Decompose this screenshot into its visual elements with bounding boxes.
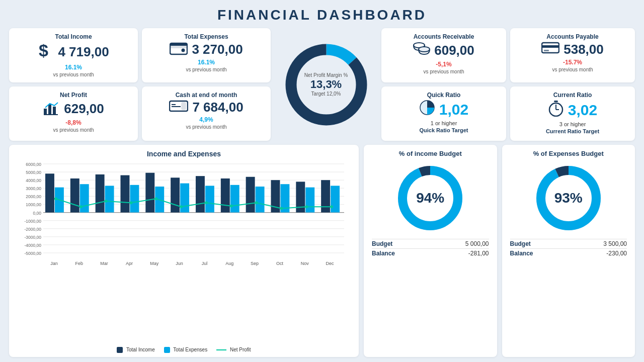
kpi-r-value-1: 538,00 [564, 42, 604, 57]
kpi-r-label-2: Quick Ratio [427, 92, 461, 99]
kpi-left-card-3: Cash at end of month 7 684,00 4,9% vs pr… [142, 86, 271, 141]
kpi-pct-3: 4,9% [199, 116, 213, 123]
svg-text:Jan: Jan [50, 261, 58, 266]
bottom-section: Income and Expenses 6000,005000,004000,0… [9, 145, 635, 357]
svg-point-93 [205, 201, 208, 204]
svg-rect-61 [130, 185, 139, 213]
chart-title: Income and Expenses [17, 150, 351, 158]
svg-text:Dec: Dec [326, 261, 335, 266]
svg-point-17 [419, 47, 430, 52]
svg-point-89 [105, 200, 108, 203]
svg-text:4000,00: 4000,00 [26, 178, 41, 183]
kpi-r-label-1: Accounts Payable [546, 33, 598, 40]
legend-income-dot [117, 347, 123, 353]
svg-rect-51 [45, 173, 54, 212]
top-section: Total Income $ 4 719,00 16.1% vs previou… [9, 28, 635, 141]
kpi-icon-1 [170, 41, 188, 58]
income-budget-budget-row: Budget 5 000,00 [372, 239, 489, 248]
kpi-left-card-1: Total Expenses 3 270,00 16.1% vs previou… [142, 28, 271, 82]
svg-point-94 [230, 205, 233, 208]
svg-rect-19 [542, 45, 559, 48]
svg-rect-85 [331, 186, 340, 212]
donut-target: Target 12,0% [304, 91, 348, 97]
kpi-r-icon-3 [548, 100, 564, 120]
donut-center-text: Net Profit Margin % 13,3% Target 12,0% [304, 72, 348, 97]
svg-text:Aug: Aug [225, 261, 233, 266]
kpi-pct-1: 16.1% [198, 59, 215, 66]
legend-income: Total Income [117, 347, 154, 353]
kpi-label-1: Total Expenses [184, 33, 228, 40]
kpi-left-card-0: Total Income $ 4 719,00 16.1% vs previou… [9, 28, 138, 82]
kpi-r-pct-0: -5,1% [436, 61, 451, 68]
kpi-r-sub-3: 3 or higher [559, 121, 586, 127]
svg-rect-12 [182, 103, 186, 110]
svg-rect-11 [172, 106, 181, 107]
kpi-right-card-1: Accounts Payable 538,00 -15.7% vs previo… [510, 28, 635, 82]
income-budget-title: % of income Budget [399, 150, 462, 157]
expenses-budget-pct: 93% [554, 190, 583, 206]
svg-rect-25 [554, 101, 558, 102]
svg-rect-60 [120, 175, 129, 213]
expenses-budget-budget-row: Budget 3 500,00 [510, 239, 627, 248]
kpi-vs-3: vs previous month [186, 124, 226, 130]
svg-rect-54 [70, 178, 79, 213]
svg-text:-2000,00: -2000,00 [24, 227, 41, 232]
expenses-balance-value: -230,00 [606, 250, 627, 257]
kpi-right-card-0: Accounts Receivable 609,00 -5,1% vs prev… [381, 28, 506, 82]
page-title: FINANCIAL DASHBOARD [9, 5, 635, 24]
kpi-r-vs-1: vs previous month [552, 67, 593, 72]
donut-value: 13,3% [304, 78, 348, 91]
kpi-label-3: Cash at end of month [176, 92, 237, 99]
svg-rect-63 [145, 173, 154, 213]
svg-text:5000,00: 5000,00 [26, 170, 41, 175]
kpi-r-value-3: 3,02 [568, 102, 597, 119]
kpi-row-1: 3 270,00 [170, 41, 243, 58]
svg-point-88 [79, 205, 83, 208]
svg-point-87 [54, 197, 57, 200]
donut-label: Net Profit Margin % [304, 72, 348, 78]
kpi-r-row-3: 3,02 [548, 100, 597, 120]
svg-text:2000,00: 2000,00 [26, 194, 41, 199]
svg-text:Oct: Oct [276, 261, 284, 266]
svg-rect-69 [196, 176, 205, 212]
svg-point-95 [255, 201, 258, 204]
income-budget-balance-row: Balance -281,00 [372, 248, 489, 258]
svg-text:0,00: 0,00 [33, 211, 41, 216]
budget-panels: % of income Budget 94% Budget 5 000,00 [364, 145, 635, 357]
kpi-pct-0: 16.1% [65, 64, 82, 71]
svg-rect-75 [246, 177, 255, 213]
svg-text:-5000,00: -5000,00 [24, 251, 41, 256]
kpi-label-2: Net Profit [60, 92, 87, 99]
svg-point-91 [154, 197, 157, 200]
expenses-budget-title: % of Expenses Budget [533, 150, 604, 157]
svg-point-4 [182, 49, 185, 52]
svg-rect-3 [170, 43, 187, 46]
svg-rect-6 [48, 105, 51, 115]
svg-rect-7 [53, 107, 56, 115]
svg-text:-1000,00: -1000,00 [24, 219, 41, 224]
kpi-r-sub-2: 1 or higher [431, 120, 457, 126]
expenses-balance-label: Balance [510, 250, 533, 257]
expenses-budget-info: Budget 3 500,00 Balance -230,00 [510, 239, 627, 258]
kpi-left-grid: Total Income $ 4 719,00 16.1% vs previou… [9, 28, 271, 141]
income-budget-label: Budget [372, 240, 392, 247]
expenses-budget-balance-row: Balance -230,00 [510, 248, 627, 258]
svg-rect-70 [205, 186, 214, 212]
svg-text:Jun: Jun [176, 261, 183, 266]
kpi-right-card-2: Quick Ratio 1,02 1 or higher Quick Ratio… [381, 86, 506, 141]
kpi-pct-2: -8,8% [65, 119, 81, 126]
kpi-vs-1: vs previous month [186, 67, 226, 72]
kpi-r-value-0: 609,00 [434, 43, 474, 58]
svg-text:-4000,00: -4000,00 [24, 243, 41, 248]
kpi-left-card-2: Net Profit 629,00 -8,8% vs previous mont… [9, 86, 138, 141]
kpi-vs-2: vs previous month [53, 127, 94, 133]
expenses-budget-label: Budget [510, 240, 531, 247]
svg-text:Feb: Feb [75, 261, 84, 266]
kpi-vs-0: vs previous month [53, 72, 94, 77]
svg-rect-82 [305, 188, 314, 213]
kpi-icon-3 [169, 100, 188, 115]
income-balance-label: Balance [372, 250, 395, 257]
income-expenses-chart: Income and Expenses 6000,005000,004000,0… [9, 145, 359, 357]
bar-chart-svg: 6000,005000,004000,003000,002000,001000,… [17, 160, 349, 268]
svg-point-98 [330, 205, 333, 208]
